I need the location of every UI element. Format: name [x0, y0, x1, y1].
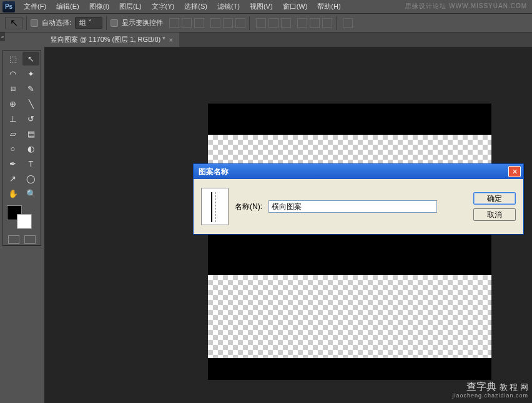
gradient-tool[interactable]: ▤: [22, 127, 39, 140]
watermark-bottom-right: 查字典 教 程 网 jiaocheng.chazidian.com: [452, 381, 528, 399]
hand-tool[interactable]: ✋: [4, 187, 21, 200]
align-icon[interactable]: [210, 18, 220, 28]
menu-select[interactable]: 选择(S): [179, 1, 212, 12]
divider: [26, 16, 27, 30]
tab-close-icon[interactable]: ×: [169, 36, 173, 44]
dialog-body: 名称(N): 确定 取消: [194, 179, 523, 234]
menu-help[interactable]: 帮助(H): [312, 1, 345, 12]
brush-tool[interactable]: ╲: [22, 97, 39, 110]
distribute-icon[interactable]: [268, 18, 278, 28]
distribute-group-1: [256, 18, 291, 28]
auto-select-label: 自动选择:: [42, 18, 71, 27]
menu-filter[interactable]: 滤镜(T): [212, 1, 245, 12]
color-swatches: [4, 204, 39, 231]
dialog-titlebar[interactable]: 图案名称 ✕: [194, 164, 523, 179]
align-icon[interactable]: [223, 18, 233, 28]
path-select-tool[interactable]: ↗: [4, 172, 21, 185]
show-transform-label: 显示变换控件: [122, 18, 163, 27]
menu-edit[interactable]: 编辑(E): [51, 1, 84, 12]
dodge-tool[interactable]: ◐: [22, 142, 39, 155]
options-bar: ↖ 自动选择: 组 ˅ 显示变换控件: [0, 14, 532, 32]
document-transparency: [208, 275, 491, 358]
eraser-tool[interactable]: ▱: [4, 127, 21, 140]
healing-tool[interactable]: ⊕: [4, 97, 21, 110]
auto-select-checkbox[interactable]: [31, 19, 38, 27]
document-tab-bar: 竖向图案 @ 1170% (图层 1, RGB/8) * ×: [44, 32, 532, 47]
eyedropper-tool[interactable]: ✎: [22, 82, 39, 95]
align-icon[interactable]: [169, 18, 179, 28]
mask-modes: [4, 235, 39, 244]
background-color[interactable]: [17, 214, 32, 229]
marquee-tool[interactable]: ⬚: [4, 52, 21, 66]
divider: [106, 16, 107, 30]
document-black-band: [208, 104, 491, 135]
distribute-icon[interactable]: [310, 18, 320, 28]
divider: [249, 16, 250, 30]
show-transform-checkbox[interactable]: [111, 19, 118, 27]
distribute-group-2: [297, 18, 332, 28]
auto-align-group: [343, 18, 353, 28]
document-black-band: [208, 358, 491, 380]
ok-button[interactable]: 确定: [473, 192, 516, 205]
align-icon[interactable]: [182, 18, 192, 28]
toolbox: ⬚ ↖ ◠ ✦ ⧈ ✎ ⊕ ╲ ⊥ ↺ ▱ ▤ ○ ◐ ✒ T ↗ ◯ ✋ 🔍: [2, 50, 41, 246]
lasso-tool[interactable]: ◠: [4, 67, 21, 80]
dialog-title: 图案名称: [199, 167, 508, 177]
distribute-icon[interactable]: [322, 18, 332, 28]
collapse-toggle[interactable]: «: [0, 32, 5, 41]
menu-view[interactable]: 视图(V): [245, 1, 278, 12]
name-label: 名称(N):: [235, 202, 262, 212]
align-group-1: [169, 18, 204, 28]
align-group-2: [210, 18, 245, 28]
menu-layer[interactable]: 图层(L): [114, 1, 146, 12]
menu-type[interactable]: 文字(Y): [147, 1, 180, 12]
menu-file[interactable]: 文件(F): [19, 1, 51, 12]
menu-window[interactable]: 窗口(W): [278, 1, 313, 12]
stamp-tool[interactable]: ⊥: [4, 112, 21, 125]
wand-tool[interactable]: ✦: [22, 67, 39, 80]
distribute-icon[interactable]: [297, 18, 307, 28]
align-icon[interactable]: [235, 18, 245, 28]
pattern-name-input[interactable]: [268, 200, 437, 213]
shape-tool[interactable]: ◯: [22, 172, 39, 185]
dialog-buttons: 确定 取消: [473, 192, 516, 221]
blur-tool[interactable]: ○: [4, 142, 21, 155]
pattern-preview: [201, 188, 229, 225]
pen-tool[interactable]: ✒: [4, 157, 21, 170]
align-icon[interactable]: [194, 18, 204, 28]
history-brush-tool[interactable]: ↺: [22, 112, 39, 125]
dialog-close-button[interactable]: ✕: [508, 166, 521, 177]
distribute-icon[interactable]: [256, 18, 266, 28]
auto-align-icon[interactable]: [343, 18, 353, 28]
menu-image[interactable]: 图像(I): [84, 1, 114, 12]
pattern-name-dialog: 图案名称 ✕ 名称(N): 确定 取消: [193, 163, 524, 235]
watermark-top: 思缘设计论坛 WWW.MISSYUAN.COM: [405, 2, 527, 11]
distribute-icon[interactable]: [281, 18, 291, 28]
divider: [336, 16, 337, 30]
cancel-button[interactable]: 取消: [473, 208, 516, 221]
move-tool[interactable]: ↖: [22, 52, 39, 66]
quickmask-mode[interactable]: [24, 235, 36, 244]
auto-select-dropdown[interactable]: 组 ˅: [75, 17, 102, 29]
zoom-tool[interactable]: 🔍: [22, 187, 39, 200]
document-tab[interactable]: 竖向图案 @ 1170% (图层 1, RGB/8) * ×: [44, 32, 179, 47]
menu-bar: Ps 文件(F) 编辑(E) 图像(I) 图层(L) 文字(Y) 选择(S) 滤…: [0, 0, 532, 14]
current-tool-icon[interactable]: ↖: [5, 17, 22, 29]
tab-title: 竖向图案 @ 1170% (图层 1, RGB/8) *: [51, 35, 165, 44]
text-tool[interactable]: T: [22, 157, 39, 170]
crop-tool[interactable]: ⧈: [4, 82, 21, 95]
standard-mode[interactable]: [8, 235, 19, 244]
app-logo: Ps: [2, 1, 15, 12]
document-black-band: [208, 228, 491, 275]
